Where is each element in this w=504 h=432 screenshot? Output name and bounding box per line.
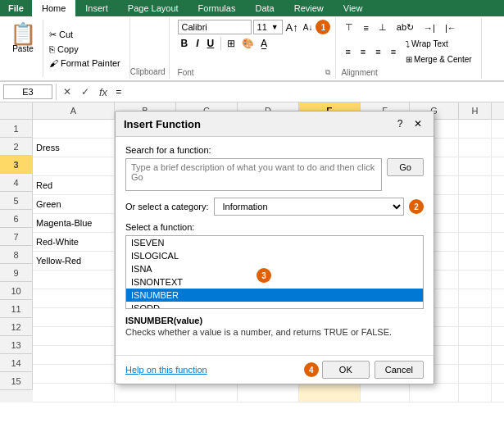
cell-e15[interactable] bbox=[299, 384, 361, 402]
decrease-font-icon[interactable]: A↓ bbox=[302, 22, 315, 33]
wrap-text-button[interactable]: ⤵ Wrap Text bbox=[402, 37, 476, 51]
cell-h13[interactable] bbox=[459, 346, 492, 364]
cell-a13[interactable] bbox=[33, 346, 115, 364]
tab-data[interactable]: Data bbox=[245, 0, 284, 16]
cell-a9[interactable] bbox=[33, 271, 115, 289]
font-color-button[interactable]: A̲ bbox=[258, 37, 270, 50]
align-left-button[interactable]: ≡ bbox=[341, 44, 354, 59]
function-item-iseven[interactable]: ISEVEN bbox=[126, 236, 423, 249]
align-center-button[interactable]: ≡ bbox=[356, 44, 370, 59]
cell-a5[interactable]: Green bbox=[33, 195, 115, 213]
cell-a3[interactable] bbox=[33, 157, 115, 175]
cell-a7[interactable]: Red-White bbox=[33, 233, 115, 251]
row-num-15[interactable]: 15 bbox=[0, 372, 33, 390]
cell-g15[interactable] bbox=[410, 384, 459, 402]
cell-a6[interactable]: Magenta-Blue bbox=[33, 214, 115, 232]
cell-h5[interactable] bbox=[459, 195, 492, 213]
indent-decrease-button[interactable]: |← bbox=[441, 20, 461, 35]
format-painter-button[interactable]: 🖌 Format Painter bbox=[47, 57, 123, 70]
tab-page-layout[interactable]: Page Layout bbox=[118, 0, 188, 16]
align-top-button[interactable]: ⊤ bbox=[341, 20, 357, 35]
ok-button[interactable]: OK bbox=[322, 361, 370, 379]
function-item-isnumber[interactable]: ISNUMBER bbox=[126, 289, 423, 302]
cut-button[interactable]: ✂ Cut bbox=[47, 28, 123, 42]
row-num-9[interactable]: 9 bbox=[0, 264, 33, 282]
cell-a8[interactable]: Yellow-Red bbox=[33, 252, 115, 270]
font-name-select[interactable]: Calibri bbox=[178, 20, 252, 34]
increase-font-icon[interactable]: A↑ bbox=[284, 20, 300, 34]
indent-increase-button[interactable]: →| bbox=[420, 20, 439, 35]
row-num-12[interactable]: 12 bbox=[0, 318, 33, 336]
cancel-formula-button[interactable]: ✕ bbox=[60, 84, 75, 99]
cell-h8[interactable] bbox=[459, 252, 492, 270]
tab-formulas[interactable]: Formulas bbox=[188, 0, 246, 16]
row-num-1[interactable]: 1 bbox=[0, 120, 33, 138]
cell-a11[interactable] bbox=[33, 308, 115, 326]
cell-a10[interactable] bbox=[33, 289, 115, 307]
cell-a4[interactable]: Red bbox=[33, 176, 115, 194]
align-bottom-button[interactable]: ⊥ bbox=[375, 20, 391, 35]
justify-button[interactable]: ≡ bbox=[387, 44, 400, 59]
col-header-h[interactable]: H bbox=[459, 102, 492, 119]
tab-file[interactable]: File bbox=[0, 0, 32, 16]
underline-button[interactable]: U bbox=[204, 36, 218, 51]
bold-button[interactable]: B bbox=[178, 36, 192, 51]
row-num-13[interactable]: 13 bbox=[0, 336, 33, 354]
row-num-14[interactable]: 14 bbox=[0, 354, 33, 372]
tab-home[interactable]: Home bbox=[32, 0, 75, 16]
function-item-isna[interactable]: ISNA bbox=[126, 262, 423, 275]
cell-h1[interactable] bbox=[459, 120, 492, 138]
cell-h14[interactable] bbox=[459, 365, 492, 383]
dialog-help-button[interactable]: ? bbox=[393, 116, 407, 131]
cell-a2[interactable]: Dress bbox=[33, 139, 115, 157]
row-num-8[interactable]: 8 bbox=[0, 246, 33, 264]
border-button[interactable]: ⊞ bbox=[225, 37, 238, 50]
cell-h7[interactable] bbox=[459, 233, 492, 251]
cell-a14[interactable] bbox=[33, 365, 115, 383]
tab-review[interactable]: Review bbox=[284, 0, 334, 16]
cell-h11[interactable] bbox=[459, 308, 492, 326]
cell-a12[interactable] bbox=[33, 327, 115, 345]
insert-function-button[interactable]: fx bbox=[96, 84, 111, 100]
fill-color-button[interactable]: 🎨 bbox=[239, 37, 257, 50]
cell-a1[interactable] bbox=[33, 120, 115, 138]
italic-button[interactable]: I bbox=[193, 36, 202, 51]
paste-button[interactable]: 📋 Paste bbox=[3, 20, 43, 77]
row-num-2[interactable]: 2 bbox=[0, 138, 33, 156]
confirm-formula-button[interactable]: ✓ bbox=[78, 84, 93, 99]
cell-f15[interactable] bbox=[361, 384, 410, 402]
row-num-10[interactable]: 10 bbox=[0, 282, 33, 300]
cell-h6[interactable] bbox=[459, 214, 492, 232]
cell-h10[interactable] bbox=[459, 289, 492, 307]
search-function-input[interactable] bbox=[125, 158, 382, 191]
cell-a15[interactable] bbox=[33, 384, 115, 402]
col-header-a[interactable]: A bbox=[33, 102, 115, 119]
cell-d15[interactable] bbox=[238, 384, 299, 402]
row-num-4[interactable]: 4 bbox=[0, 174, 33, 192]
tab-view[interactable]: View bbox=[334, 0, 373, 16]
font-group-expander[interactable]: ⧉ bbox=[325, 68, 330, 77]
tab-insert[interactable]: Insert bbox=[75, 0, 118, 16]
cancel-button[interactable]: Cancel bbox=[375, 361, 424, 379]
cell-h2[interactable] bbox=[459, 139, 492, 157]
cell-h3[interactable] bbox=[459, 157, 492, 175]
cell-h4[interactable] bbox=[459, 176, 492, 194]
row-num-11[interactable]: 11 bbox=[0, 300, 33, 318]
function-item-isodd[interactable]: ISODD bbox=[126, 302, 423, 309]
row-num-3[interactable]: 3 bbox=[0, 156, 33, 174]
help-link[interactable]: Help on this function bbox=[125, 365, 207, 375]
cell-c15[interactable] bbox=[176, 384, 238, 402]
row-num-7[interactable]: 7 bbox=[0, 228, 33, 246]
orient-button[interactable]: ab↻ bbox=[393, 20, 418, 35]
row-num-5[interactable]: 5 bbox=[0, 192, 33, 210]
merge-center-button[interactable]: ⊞ Merge & Center bbox=[402, 52, 476, 66]
cell-h15[interactable] bbox=[459, 384, 492, 402]
cell-b15[interactable] bbox=[115, 384, 176, 402]
cell-ref-input[interactable] bbox=[3, 84, 52, 99]
row-num-6[interactable]: 6 bbox=[0, 210, 33, 228]
dialog-close-button[interactable]: ✕ bbox=[411, 116, 425, 131]
copy-button[interactable]: ⎘ Copy bbox=[47, 43, 123, 56]
align-middle-button[interactable]: ≡ bbox=[359, 20, 372, 35]
cell-h9[interactable] bbox=[459, 271, 492, 289]
align-right-button[interactable]: ≡ bbox=[371, 44, 384, 59]
